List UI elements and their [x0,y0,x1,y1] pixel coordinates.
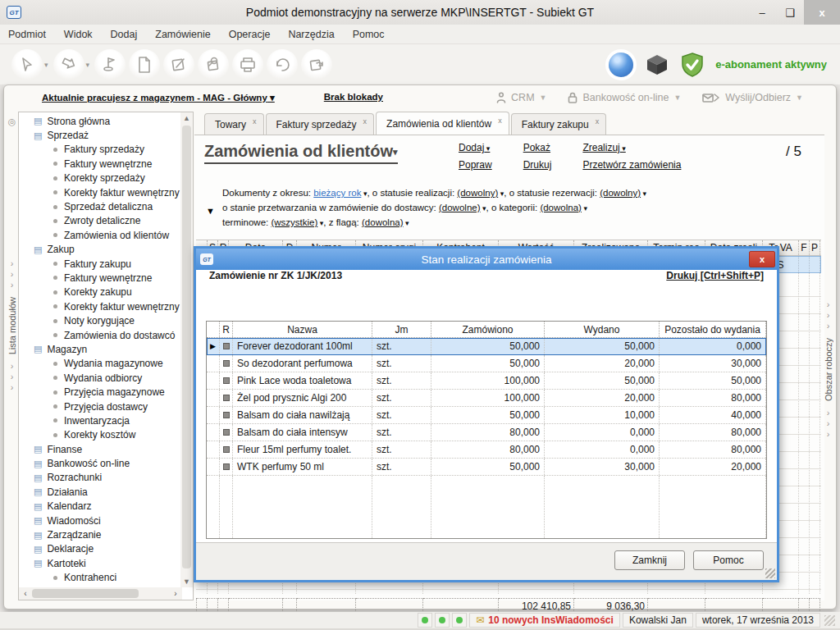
filter-collapse-icon[interactable]: ▼ [206,206,215,216]
tab-faktury-zakupu[interactable]: Faktury zakupux [511,113,607,135]
scrollbar-thumb[interactable] [32,589,139,598]
menu-item-widok[interactable]: Widok [64,29,93,40]
dialog-column-header-Jm[interactable]: Jm [372,322,431,337]
forward-arrow-button[interactable] [53,49,84,80]
sidebar-item[interactable]: Korekty faktur wewnętrzny [19,299,181,313]
dialog-column-header-marker[interactable] [207,322,220,337]
dialog-item-row[interactable]: WTK perfumy 50 mlszt.50,00030,00020,000 [207,459,766,476]
active-warehouse-link[interactable]: Aktualnie pracujesz z magazynem - MAG - … [42,92,275,103]
sidebar-item[interactable]: Wydania odbiorcy [19,371,181,385]
chevron-down-icon[interactable]: ▾ [582,204,587,212]
menu-item-dodaj[interactable]: Dodaj [111,29,138,40]
dialog-help-button[interactable]: Pomoc [693,550,764,570]
sidebar-item[interactable]: Korekty kosztów [19,428,181,442]
sidebar-item[interactable]: Zamówienia od klientów [19,228,181,242]
new-document-button[interactable] [129,49,160,80]
sidebar-item[interactable]: ▤Kartoteki [19,556,181,570]
sidebar-item[interactable]: ▤Deklaracje [19,542,181,556]
sidebar-item[interactable]: ▤Zarządzanie [19,527,181,541]
menu-item-pomoc[interactable]: Pomoc [353,29,385,40]
sidebar-item[interactable]: Zwroty detaliczne [19,214,181,228]
sidebar-item[interactable]: ▤Wiadomości [19,514,181,527]
minimize-button[interactable]: – [748,2,776,22]
chevron-down-icon[interactable]: ▾ [481,204,486,212]
filter-dropdown[interactable]: (dowolny) [600,188,641,198]
dialog-close-action-button[interactable]: Zamknij [614,550,685,570]
chevron-down-icon[interactable]: ▾ [641,189,646,198]
dialog-column-header-R[interactable]: R [220,322,233,337]
crm-button[interactable]: CRM▼ [496,92,546,103]
column-header-P[interactable]: P [810,240,820,255]
sidebar-item[interactable]: Faktury sprzedaży [19,143,181,157]
send-receive-button[interactable]: Wyślij/Odbierz▼ [702,91,803,104]
sidebar-item[interactable]: Korekty sprzedaży [19,171,181,185]
dialog-item-row[interactable]: Fleur 15ml perfumy toalet.szt.80,0000,00… [207,441,766,459]
tab-towary[interactable]: Towaryx [204,113,264,135]
dialog-column-header-Wydano[interactable]: Wydano [545,322,660,337]
flag-button[interactable] [94,49,126,80]
scroll-down-icon[interactable]: ▼ [180,576,193,587]
tab-zamówienia-od-klientów[interactable]: Zamówienia od klientówx [376,112,509,135]
dialog-close-button[interactable]: x [749,251,775,267]
filter-dropdown[interactable]: (dowolny) [457,188,498,198]
edit-document-button[interactable] [163,49,194,80]
archive-cube-icon[interactable] [645,52,669,77]
dialog-resize-grip[interactable] [765,568,775,578]
sidebar-item[interactable]: Kontrahenci [19,571,181,585]
close-button[interactable]: x [804,0,840,25]
dialog-item-row[interactable]: So dezodorant perfumowaszt.50,00020,0003… [207,355,766,372]
filter-dropdown[interactable]: (dowolna) [362,217,404,227]
sidebar-item[interactable]: Faktury wewnętrzne [19,271,181,285]
sidebar-vertical-scrollbar[interactable]: ▲ ▼ [180,112,193,587]
sidebar-item[interactable]: ▤Działania [19,485,181,499]
action-przetwórz-zamówienia[interactable]: Przetwórz zamówienia [582,159,681,171]
action-dodaj[interactable]: Dodaj ▾ [459,142,492,153]
chevron-down-icon[interactable]: ▾ [44,61,48,69]
sidebar-item[interactable]: Faktury zakupu [19,257,181,271]
sidebar-item[interactable]: Korekty faktur wewnętrzny [19,185,181,199]
online-banking-button[interactable]: Bankowość on-line▼ [568,92,681,103]
online-globe-icon[interactable] [609,52,633,77]
scroll-left-icon[interactable]: ‹ [19,589,32,598]
sidebar-item[interactable]: ▤Sprzedaż [19,128,181,142]
lock-status-link[interactable]: Brak blokady [324,92,383,103]
tab-close-icon[interactable]: x [363,117,368,126]
sidebar-item[interactable]: ▤Kalendarz [19,500,181,514]
action-pokaż[interactable]: Pokaż [523,142,552,153]
undo-arrow-button[interactable] [267,49,298,80]
dialog-print-link[interactable]: Drukuj [Ctrl+Shift+P] [666,270,764,281]
filter-dropdown[interactable]: bieżący rok [313,188,361,198]
resize-grip[interactable] [824,615,835,626]
menu-item-podmiot[interactable]: Podmiot [8,29,46,40]
sidebar-item[interactable]: Korekty zakupu [19,285,181,299]
action-drukuj[interactable]: Drukuj [523,159,552,171]
filter-dropdown[interactable]: (dowolne) [439,203,481,212]
sidebar-item[interactable]: Inwentaryzacja [19,413,181,427]
sidebar-item[interactable]: ▤Bankowość on-line [19,456,181,470]
tab-close-icon[interactable]: x [498,116,502,125]
menu-item-zamówienie[interactable]: Zamówienie [155,29,210,40]
page-title[interactable]: Zamówienia od klientów▾ [204,142,398,164]
sidebar-item[interactable]: Przyjęcia dostawcy [19,399,181,413]
sidebar-horizontal-scrollbar[interactable]: ‹ › [19,587,182,600]
tab-faktury-sprzedaży[interactable]: Faktury sprzedażyx [266,113,375,135]
dialog-item-row[interactable]: ▶Forever dezodorant 100mlszt.50,00050,00… [207,338,766,355]
scroll-right-icon[interactable]: › [169,589,182,598]
column-header-F[interactable]: F [799,240,810,255]
sidebar-item[interactable]: Faktury wewnętrzne [19,157,181,171]
sidebar-item[interactable]: ▤Zakup [19,243,181,257]
sidebar-item[interactable]: ▤Strona główna [19,114,181,128]
subscription-shield-icon[interactable] [681,52,704,77]
dialog-column-header-Pozostało do wydania[interactable]: Pozostało do wydania [660,322,766,337]
dialog-column-header-Nazwa[interactable]: Nazwa [233,322,372,337]
view-document-button[interactable] [198,49,229,80]
chevron-down-icon[interactable]: ▾ [86,61,90,69]
sidebar-item[interactable]: ▤Magazyn [19,342,181,356]
scroll-up-icon[interactable]: ▲ [180,112,193,124]
menu-item-operacje[interactable]: Operacje [229,29,271,40]
dialog-item-row[interactable]: Balsam do ciała intensywszt.80,0000,0008… [207,424,766,441]
sidebar-item[interactable]: Przyjęcia magazynowe [19,385,181,399]
action-popraw[interactable]: Popraw [459,159,492,171]
scrollbar-thumb[interactable] [182,126,191,568]
filter-dropdown[interactable]: (wszystkie) [271,217,317,227]
